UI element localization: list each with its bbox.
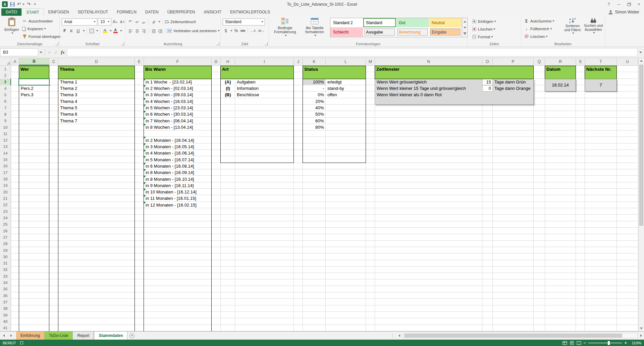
column-header-A[interactable]: A <box>11 58 19 65</box>
cell-biswann-row19[interactable]: in 9 Monaten - [16.11.14] <box>144 182 212 189</box>
column-header-P[interactable]: P <box>493 58 534 65</box>
row-header-14[interactable]: 14 <box>0 150 11 157</box>
row-header-35[interactable]: 35 <box>0 286 11 293</box>
cut-button[interactable]: ✂Ausschneiden <box>22 18 60 24</box>
qat-customize-button[interactable] <box>33 4 36 5</box>
cell-rule-suffix-row3[interactable]: Tage dann Grün <box>493 79 534 85</box>
row-header-24[interactable]: 24 <box>0 215 11 221</box>
cell-status-label-row4[interactable]: stand-by <box>326 85 366 92</box>
new-sheet-button[interactable]: + <box>127 332 136 340</box>
row-header-29[interactable]: 29 <box>0 247 11 254</box>
cell-rule-suffix-row4[interactable]: Tage dann Orange <box>493 85 534 92</box>
horizontal-scrollbar[interactable] <box>403 333 638 338</box>
fill-handle[interactable] <box>48 84 50 86</box>
ribbon-tab-datei[interactable]: DATEI <box>1 8 21 16</box>
cell-biswann-row7[interactable]: in 5 Wochen - [23.03.14] <box>144 105 212 111</box>
cell-rule-value-row4[interactable]: 0 <box>482 85 493 92</box>
row-header-41[interactable]: 41 <box>0 325 11 331</box>
style-eingabe[interactable]: Eingabe <box>429 27 462 37</box>
cell-rule-text-row3[interactable]: Wenn Wert grösser/gleich <box>375 79 482 85</box>
align-center-button[interactable] <box>134 27 140 34</box>
format-as-table-button[interactable]: Als Tabelle formatieren <box>301 17 329 36</box>
row-header-15[interactable]: 15 <box>0 156 11 163</box>
vertical-scroll-thumb[interactable] <box>639 65 643 226</box>
wrap-text-button[interactable]: Zeilenumbruch <box>164 19 196 25</box>
hscroll-right-icon[interactable] <box>638 334 644 337</box>
column-header-K[interactable]: K <box>303 58 326 65</box>
vertical-scrollbar[interactable] <box>638 58 644 331</box>
style-schlecht[interactable]: Schlecht <box>330 27 363 37</box>
column-header-L[interactable]: L <box>326 58 366 65</box>
column-header-S[interactable]: S <box>576 58 585 65</box>
cell-status-percent-row8[interactable]: 50% <box>303 111 326 117</box>
row-header-37[interactable]: 37 <box>0 299 11 305</box>
align-bottom-button[interactable] <box>141 18 147 25</box>
cell-biswann-row22[interactable]: in 12 Monaten - [16.02.15] <box>144 202 212 208</box>
formula-input[interactable] <box>67 48 637 56</box>
decrease-font-button[interactable]: A <box>119 18 126 25</box>
cell-biswann-row14[interactable]: in 4 Monaten - [16.06.14] <box>144 150 212 156</box>
cell-art-label-row5[interactable]: Beschlüsse <box>235 92 294 98</box>
cell-biswann-row17[interactable]: in 8 Monaten - [16.09.14] <box>144 169 212 176</box>
row-header-8[interactable]: 8 <box>0 111 11 118</box>
ribbon-tab-einfügen[interactable]: EINFÜGEN <box>44 8 73 16</box>
cancel-entry-icon[interactable]: × <box>46 50 53 55</box>
cell-biswann-row5[interactable]: in 3 Wochen - [09.03.14] <box>144 92 212 98</box>
align-left-button[interactable] <box>127 27 133 34</box>
row-header-21[interactable]: 21 <box>0 195 11 202</box>
gallery-more-icon[interactable] <box>462 31 467 36</box>
row-header-32[interactable]: 32 <box>0 267 11 273</box>
select-all-corner[interactable] <box>0 58 11 65</box>
row-header-28[interactable]: 28 <box>0 241 11 247</box>
scroll-down-icon[interactable] <box>639 326 644 331</box>
cell-status-percent-row9[interactable]: 60% <box>303 118 326 124</box>
zoom-out-button[interactable]: − <box>584 341 586 345</box>
row-header-18[interactable]: 18 <box>0 176 11 182</box>
cell-rule-text-row5[interactable]: Wenn Wert kleiner als 0 dann Rot <box>375 92 482 98</box>
italic-button[interactable]: K <box>68 27 74 34</box>
row-header-27[interactable]: 27 <box>0 234 11 241</box>
ribbon-tab-ansicht[interactable]: ANSICHT <box>199 8 226 16</box>
cell-biswann-row13[interactable]: in 3 Monaten - [16.05.14] <box>144 143 212 150</box>
column-header-Q[interactable]: Q <box>534 58 545 65</box>
fill-color-button[interactable] <box>102 27 108 34</box>
ribbon-tab-daten[interactable]: DATEN <box>141 8 163 16</box>
horizontal-scroll-thumb[interactable] <box>404 334 622 338</box>
bold-button[interactable]: F <box>62 27 68 34</box>
orientation-dropdown-icon[interactable] <box>158 21 160 22</box>
name-box-dropdown-icon[interactable] <box>38 52 44 53</box>
column-header-J[interactable]: J <box>294 58 303 65</box>
cell-biswann-row15[interactable]: in 5 Monaten - [16.07.14] <box>144 156 212 163</box>
increase-font-button[interactable]: A <box>112 18 119 25</box>
align-top-button[interactable] <box>127 18 133 25</box>
cell-status-label-row3[interactable]: erledigt <box>326 79 366 85</box>
cell-biswann-row20[interactable]: in 10 Monaten - [16.12.14] <box>144 189 212 195</box>
row-header-3[interactable]: 3 <box>0 79 11 85</box>
cell-biswann-row21[interactable]: in 11 Monaten - [16.01.15] <box>144 195 212 201</box>
row-header-2[interactable]: 2 <box>0 72 11 79</box>
clear-button[interactable]: Löschen <box>524 33 554 40</box>
row-header-36[interactable]: 36 <box>0 292 11 299</box>
column-header-D[interactable]: D <box>58 58 135 65</box>
style-ausgabe[interactable]: Ausgabe <box>363 27 396 37</box>
column-header-H[interactable]: H <box>221 58 235 65</box>
sheet-nav-right-icon[interactable] <box>7 332 15 340</box>
underline-dropdown-icon[interactable] <box>83 30 85 32</box>
redo-button[interactable]: ↷ <box>27 2 31 6</box>
cell-thema-row8[interactable]: Thema 6 <box>58 111 135 117</box>
underline-button[interactable]: U <box>75 27 81 34</box>
insert-function-icon[interactable]: fx <box>59 50 66 55</box>
excel-app-icon[interactable]: X <box>2 1 8 7</box>
row-header-7[interactable]: 7 <box>0 105 11 111</box>
increase-decimal-button[interactable]: ←.0 <box>250 27 256 34</box>
row-header-4[interactable]: 4 <box>0 85 11 92</box>
cell-status-label-row5[interactable]: offen <box>326 92 366 98</box>
row-header-38[interactable]: 38 <box>0 305 11 312</box>
cell-wer-row4[interactable]: Pers.2 <box>19 85 49 92</box>
increase-indent-button[interactable] <box>157 27 163 34</box>
decrease-indent-button[interactable] <box>151 27 157 34</box>
style-standard[interactable]: Standard <box>363 18 396 27</box>
cell-thema-row5[interactable]: Thema 3 <box>58 92 135 98</box>
cell-art-label-row4[interactable]: Information <box>235 85 294 92</box>
cell-wer-row5[interactable]: Pers.3 <box>19 92 49 98</box>
